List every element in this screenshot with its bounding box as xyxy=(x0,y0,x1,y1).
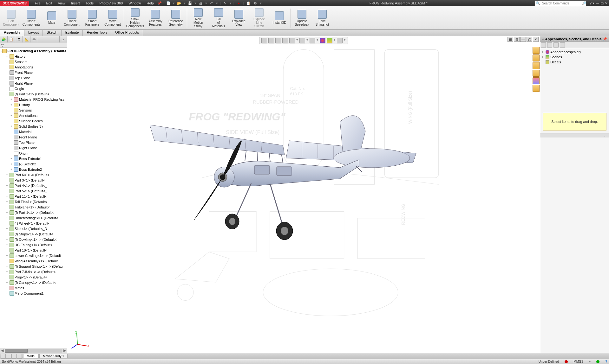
status-rebuild-dot[interactable] xyxy=(565,360,568,363)
tree-scrollbar-h[interactable]: ◀ ▶ xyxy=(0,348,67,353)
fm-tab-property[interactable]: 📋 xyxy=(8,36,15,42)
ribbon-assembly-features[interactable]: AssemblyFeatures xyxy=(146,7,165,29)
tree-item[interactable]: +Skid<1> (Default<_D xyxy=(1,226,66,231)
tree-item[interactable]: +(f) Strips<1> -> (Default< xyxy=(1,231,66,237)
menu-window[interactable]: Window xyxy=(126,1,143,6)
tree-item[interactable]: Origin xyxy=(1,86,66,91)
tree-item[interactable]: +Lower Cowling<1> -> (Default xyxy=(1,253,66,258)
tree-item[interactable]: Right Plane xyxy=(1,80,66,86)
scene-icon[interactable] xyxy=(327,38,332,43)
rp-item-appearances[interactable]: + Appearances(color) xyxy=(541,49,608,54)
expand-icon[interactable]: + xyxy=(5,55,9,58)
tree-item[interactable]: +Undercarriage<1> (Default< xyxy=(1,215,66,220)
ribbon-insert-components[interactable]: InsertComponents xyxy=(22,7,41,29)
fm-filter-bar[interactable]: ▽ xyxy=(0,43,67,48)
expand-icon[interactable]: + xyxy=(5,206,9,209)
menu-photoview[interactable]: PhotoView 360 xyxy=(97,1,125,6)
view-orient-icon[interactable] xyxy=(289,38,295,43)
orientation-triad[interactable]: x y z xyxy=(71,330,90,349)
menu-pin-icon[interactable]: 📌 xyxy=(157,1,162,6)
bottom-tab-motion[interactable]: Motion Study 1 xyxy=(39,354,68,358)
search-input[interactable] xyxy=(541,2,582,5)
settings-icon[interactable]: ⚙ xyxy=(253,1,258,6)
rp-item-decals[interactable]: Decals xyxy=(541,60,608,65)
cmd-tab-layout[interactable]: Layout xyxy=(24,30,43,36)
display-style-icon[interactable] xyxy=(299,38,305,43)
select-icon[interactable]: ↖ xyxy=(223,1,228,6)
close-icon[interactable]: ✕ xyxy=(605,1,608,5)
fm-tab-config[interactable]: ⚙ xyxy=(15,36,23,42)
appearance-tree[interactable]: + Appearances(color) + Scenes Decals xyxy=(540,48,609,66)
tree-item[interactable]: +Part 7-8-9<1> -> (Default< xyxy=(1,269,66,274)
rebuild-icon[interactable]: ● xyxy=(236,1,241,6)
hide-show-icon[interactable] xyxy=(310,38,315,43)
rp-tool-3[interactable] xyxy=(553,42,559,48)
cmd-tab-render-tools[interactable]: Render Tools xyxy=(83,30,111,36)
menu-file[interactable]: File xyxy=(32,1,43,6)
rp-resize-grip[interactable]: ⋰ xyxy=(540,133,609,137)
expand-icon[interactable]: + xyxy=(5,189,9,193)
expand-icon[interactable]: + xyxy=(5,222,9,225)
tree-item[interactable]: +Annotations xyxy=(1,113,66,118)
options-icon[interactable]: 📋 xyxy=(246,1,251,6)
expand-icon[interactable]: + xyxy=(10,168,13,171)
rp-tool-4[interactable] xyxy=(560,42,565,48)
tab-next-icon[interactable] xyxy=(11,354,16,359)
tree-item[interactable]: +Boss-Extrude2 xyxy=(1,167,66,172)
undo-icon[interactable]: ↶ xyxy=(209,1,214,6)
new-icon[interactable]: 📄 xyxy=(166,1,171,6)
tree-item[interactable]: Origin xyxy=(1,150,66,156)
ribbon-mate[interactable]: Mate xyxy=(42,7,62,29)
ribbon-reference-geometry[interactable]: ReferenceGeometry xyxy=(166,7,186,29)
tree-item[interactable]: +Boss-Extrude1 xyxy=(1,156,66,161)
expand-icon[interactable]: + xyxy=(5,276,9,279)
rp-item-scenes[interactable]: + Scenes xyxy=(541,54,608,60)
task-pane-pin-icon[interactable]: 📌 xyxy=(603,37,607,41)
task-tab-view-palette[interactable] xyxy=(533,70,540,77)
cmd-tab-office-products[interactable]: Office Products xyxy=(111,30,143,36)
fm-tab-display[interactable]: 👁 xyxy=(30,36,38,42)
help-dropdown-icon[interactable]: ? ▾ xyxy=(590,1,594,5)
ribbon-show-hidden-components[interactable]: ShowHiddenComponents xyxy=(125,7,145,29)
expand-icon[interactable]: + xyxy=(5,249,9,252)
section-view-icon[interactable] xyxy=(282,38,288,43)
expand-icon[interactable]: + xyxy=(5,254,9,257)
tab-last-icon[interactable] xyxy=(17,354,22,359)
expand-icon[interactable]: + xyxy=(5,281,9,284)
mdi-close-icon[interactable]: ✕ xyxy=(533,37,539,42)
feature-tree[interactable]: - FROG Redwing Assembly (Default< +Histo… xyxy=(0,48,67,348)
task-tab-resources[interactable] xyxy=(533,47,540,54)
expand-icon[interactable]: - xyxy=(5,93,9,96)
graphics-viewport[interactable]: ▾ ▾ ▾ ▾ ▾ ▦ ▥ — ▢ ✕ xyxy=(67,36,540,353)
task-tab-custom[interactable] xyxy=(533,85,540,92)
expand-icon[interactable]: + xyxy=(5,200,9,203)
tree-item[interactable]: +History xyxy=(1,102,66,107)
expand-icon[interactable]: + xyxy=(10,103,13,106)
tree-item[interactable]: +Part 10<1> (Default< xyxy=(1,247,66,253)
ribbon-bill-of-materials[interactable]: BillofMaterials xyxy=(209,7,228,29)
cmd-tab-sketch[interactable]: Sketch xyxy=(43,30,62,36)
expand-icon[interactable]: + xyxy=(5,233,9,236)
ribbon-exploded-view[interactable]: ExplodedView xyxy=(229,7,249,29)
tree-item[interactable]: +Tail Fin<1> (Default< xyxy=(1,199,66,204)
ribbon-update-speedpak[interactable]: UpdateSpeedpak xyxy=(292,7,312,29)
tree-item[interactable]: Sensors xyxy=(1,59,66,64)
expand-icon[interactable]: + xyxy=(10,125,13,128)
minimize-icon[interactable]: — xyxy=(596,1,599,5)
save-icon[interactable]: 💾 xyxy=(187,1,193,6)
tree-item[interactable]: +Annotations xyxy=(1,64,66,70)
task-tab-explorer[interactable] xyxy=(533,62,540,69)
expand-icon[interactable]: + xyxy=(10,157,13,160)
ribbon-new-motion-study[interactable]: NewMotionStudy xyxy=(188,7,208,29)
bottom-tab-model[interactable]: Model xyxy=(23,354,39,358)
fm-tab-split[interactable]: » xyxy=(59,36,67,42)
tree-item[interactable]: +Wing Assembly<1> (Default xyxy=(1,258,66,264)
search-commands[interactable]: 🔍 🔎 xyxy=(535,1,586,6)
prev-view-icon[interactable] xyxy=(275,38,281,43)
fm-tab-dim[interactable]: 📐 xyxy=(23,36,30,42)
tree-root[interactable]: - FROG Redwing Assembly (Default< xyxy=(1,48,66,54)
open-icon[interactable]: 📂 xyxy=(177,1,182,6)
tree-item[interactable]: +(f) Part 1<1> -> (Default< xyxy=(1,210,66,215)
tree-item[interactable]: -(f) Part 2<1> (Default< xyxy=(1,91,66,97)
menu-insert[interactable]: Insert xyxy=(69,1,82,6)
